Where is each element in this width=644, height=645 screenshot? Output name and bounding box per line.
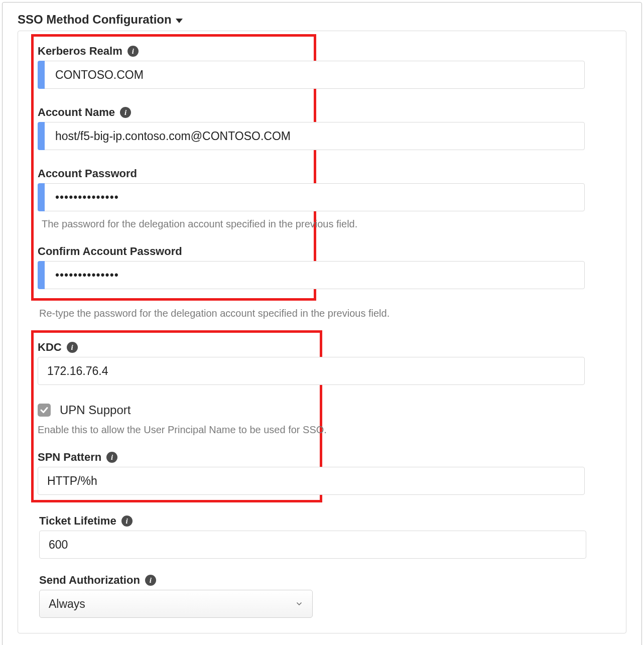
input-wrap [38,122,585,150]
send-authorization-select[interactable]: Always [39,590,313,618]
required-marker [38,183,45,211]
account-password-label: Account Password [38,167,310,180]
confirm-password-help: Re-type the password for the delegation … [35,308,609,319]
info-icon[interactable]: i [121,515,133,527]
account-password-field: Account Password The password for the de… [34,167,310,230]
input-wrap [38,261,585,289]
required-marker [38,61,45,89]
input-wrap [38,357,316,385]
chevron-down-icon [295,600,303,608]
upn-support-label: UPN Support [60,403,131,417]
account-password-input[interactable] [38,183,585,211]
kerberos-realm-label: Kerberos Realm i [38,45,310,58]
highlight-box-2: KDC i UPN Support Enable this to allow t… [31,330,322,502]
kdc-field: KDC i [34,341,316,385]
info-icon[interactable]: i [67,342,78,353]
spn-pattern-field: SPN Pattern i [34,451,316,495]
config-panel: Kerberos Realm i Account Name i [18,31,626,633]
caret-down-icon [176,19,183,23]
info-icon[interactable]: i [145,575,156,586]
kdc-input[interactable] [38,357,585,385]
info-icon[interactable]: i [127,46,139,57]
section-toggle[interactable]: SSO Method Configuration [18,13,626,27]
spn-pattern-input[interactable] [38,467,585,495]
required-marker [38,261,45,289]
confirm-password-label: Confirm Account Password [38,245,310,258]
label-text: Account Name [38,106,115,119]
ticket-lifetime-field: Ticket Lifetime i [35,514,609,559]
upn-support-help: Enable this to allow the User Principal … [34,424,581,436]
kdc-label: KDC i [38,341,316,354]
account-name-field: Account Name i [34,106,310,150]
confirm-password-input[interactable] [38,261,585,289]
account-name-label: Account Name i [38,106,310,119]
input-wrap [38,183,585,211]
info-icon[interactable]: i [120,107,131,118]
select-value: Always [49,597,85,611]
select-wrap: Always [39,590,313,618]
send-authorization-label: Send Authorization i [39,574,609,587]
label-text: KDC [38,341,62,354]
label-text: Account Password [38,167,137,180]
required-marker [38,122,45,150]
check-icon [40,406,49,415]
kerberos-realm-input[interactable] [38,61,585,89]
upn-support-row: UPN Support [34,403,316,417]
label-text: Kerberos Realm [38,45,122,58]
ticket-lifetime-label: Ticket Lifetime i [39,514,609,528]
config-page: SSO Method Configuration Kerberos Realm … [2,2,642,645]
send-authorization-field: Send Authorization i Always [35,574,609,618]
account-name-input[interactable] [38,122,585,150]
kerberos-realm-field: Kerberos Realm i [34,45,310,89]
label-text: SPN Pattern [38,451,101,464]
input-wrap [38,467,316,495]
ticket-lifetime-input[interactable] [39,531,586,559]
upn-support-checkbox[interactable] [38,404,51,417]
highlight-box-1: Kerberos Realm i Account Name i [31,34,316,301]
spn-pattern-label: SPN Pattern i [38,451,316,464]
label-text: Confirm Account Password [38,245,182,258]
label-text: Ticket Lifetime [39,514,116,528]
account-password-help: The password for the delegation account … [38,218,585,230]
section-title: SSO Method Configuration [18,13,172,27]
info-icon[interactable]: i [106,452,117,463]
input-wrap [38,61,585,89]
confirm-password-field: Confirm Account Password [34,245,310,289]
label-text: Send Authorization [39,574,140,587]
